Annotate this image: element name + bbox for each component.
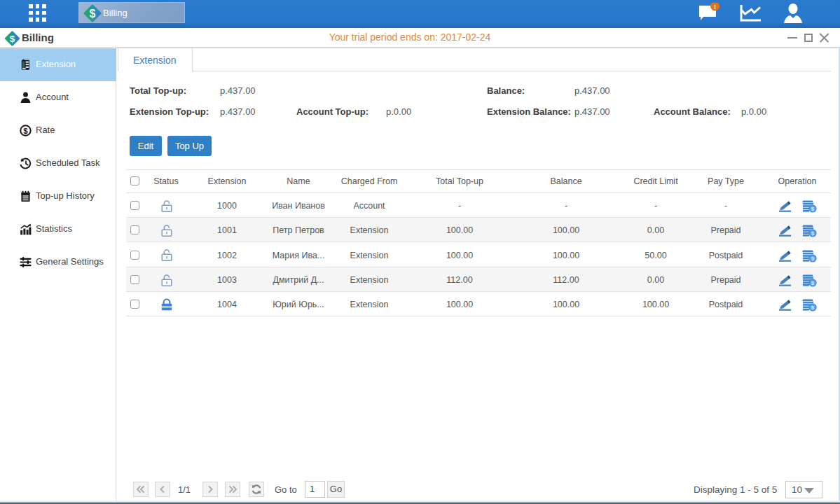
svg-text:$: $: [811, 304, 815, 311]
svg-text:!: !: [714, 4, 716, 10]
svg-text:$: $: [811, 255, 815, 262]
svg-text:$: $: [811, 206, 815, 212]
svg-text:$: $: [23, 127, 28, 135]
svg-text:$: $: [90, 8, 96, 20]
svg-text:$: $: [811, 230, 815, 237]
svg-text:$: $: [811, 280, 815, 286]
